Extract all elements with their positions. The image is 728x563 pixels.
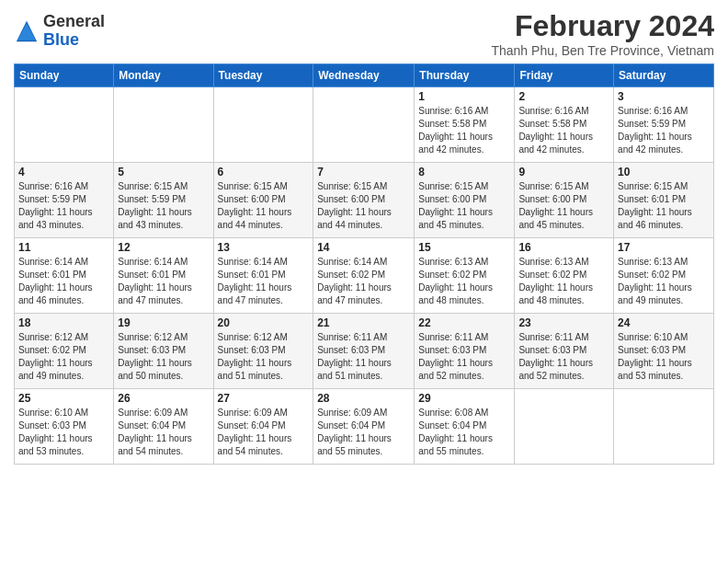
day-number: 19 <box>118 316 209 329</box>
svg-marker-1 <box>17 23 36 40</box>
calendar-cell <box>213 87 313 163</box>
week-row-0: 1Sunrise: 6:16 AM Sunset: 5:58 PM Daylig… <box>15 87 714 163</box>
calendar-cell: 22Sunrise: 6:11 AM Sunset: 6:03 PM Dayli… <box>415 314 515 389</box>
day-number: 6 <box>218 166 310 178</box>
calendar-cell: 15Sunrise: 6:13 AM Sunset: 6:02 PM Dayli… <box>415 238 515 314</box>
day-number: 21 <box>317 316 410 329</box>
day-info: Sunrise: 6:14 AM Sunset: 6:01 PM Dayligh… <box>218 256 310 307</box>
day-number: 12 <box>118 241 209 254</box>
day-number: 22 <box>418 316 510 329</box>
day-number: 29 <box>418 392 510 405</box>
logo-blue-text: Blue <box>43 31 105 50</box>
day-info: Sunrise: 6:09 AM Sunset: 6:04 PM Dayligh… <box>317 407 410 458</box>
day-number: 16 <box>518 241 609 254</box>
day-info: Sunrise: 6:10 AM Sunset: 6:03 PM Dayligh… <box>18 407 109 458</box>
calendar-cell: 25Sunrise: 6:10 AM Sunset: 6:03 PM Dayli… <box>15 389 114 465</box>
calendar-cell: 23Sunrise: 6:11 AM Sunset: 6:03 PM Dayli… <box>515 314 614 389</box>
header-friday: Friday <box>515 64 614 87</box>
calendar-cell: 11Sunrise: 6:14 AM Sunset: 6:01 PM Dayli… <box>15 238 114 314</box>
day-info: Sunrise: 6:16 AM Sunset: 5:58 PM Dayligh… <box>418 105 510 156</box>
day-number: 2 <box>518 90 609 103</box>
day-number: 20 <box>218 316 310 329</box>
day-info: Sunrise: 6:16 AM Sunset: 5:59 PM Dayligh… <box>18 180 109 232</box>
day-number: 28 <box>317 392 410 405</box>
day-info: Sunrise: 6:12 AM Sunset: 6:03 PM Dayligh… <box>218 331 310 383</box>
day-number: 17 <box>618 241 710 254</box>
calendar-cell: 28Sunrise: 6:09 AM Sunset: 6:04 PM Dayli… <box>313 389 415 465</box>
day-info: Sunrise: 6:11 AM Sunset: 6:03 PM Dayligh… <box>317 331 410 383</box>
day-number: 27 <box>218 392 310 405</box>
week-row-1: 4Sunrise: 6:16 AM Sunset: 5:59 PM Daylig… <box>15 163 714 238</box>
week-row-3: 18Sunrise: 6:12 AM Sunset: 6:02 PM Dayli… <box>15 314 714 389</box>
calendar-cell: 3Sunrise: 6:16 AM Sunset: 5:59 PM Daylig… <box>614 87 714 163</box>
day-info: Sunrise: 6:13 AM Sunset: 6:02 PM Dayligh… <box>518 256 609 307</box>
day-info: Sunrise: 6:13 AM Sunset: 6:02 PM Dayligh… <box>418 256 510 307</box>
day-info: Sunrise: 6:14 AM Sunset: 6:02 PM Dayligh… <box>317 256 410 307</box>
day-number: 18 <box>18 316 109 329</box>
day-number: 5 <box>118 166 209 178</box>
logo: General Blue <box>14 13 105 50</box>
calendar-cell <box>614 389 714 465</box>
day-number: 13 <box>218 241 310 254</box>
day-info: Sunrise: 6:14 AM Sunset: 6:01 PM Dayligh… <box>118 256 209 307</box>
calendar-cell: 9Sunrise: 6:15 AM Sunset: 6:00 PM Daylig… <box>515 163 614 238</box>
day-info: Sunrise: 6:08 AM Sunset: 6:04 PM Dayligh… <box>418 407 510 458</box>
calendar-cell: 12Sunrise: 6:14 AM Sunset: 6:01 PM Dayli… <box>114 238 213 314</box>
calendar-cell: 7Sunrise: 6:15 AM Sunset: 6:00 PM Daylig… <box>313 163 415 238</box>
day-info: Sunrise: 6:13 AM Sunset: 6:02 PM Dayligh… <box>618 256 710 307</box>
day-info: Sunrise: 6:16 AM Sunset: 5:59 PM Dayligh… <box>618 105 710 156</box>
day-info: Sunrise: 6:11 AM Sunset: 6:03 PM Dayligh… <box>518 331 609 383</box>
calendar-cell: 13Sunrise: 6:14 AM Sunset: 6:01 PM Dayli… <box>213 238 313 314</box>
calendar-table: SundayMondayTuesdayWednesdayThursdayFrid… <box>14 63 714 465</box>
calendar-cell: 18Sunrise: 6:12 AM Sunset: 6:02 PM Dayli… <box>15 314 114 389</box>
logo-icon <box>14 18 40 44</box>
header-sunday: Sunday <box>15 64 114 87</box>
day-info: Sunrise: 6:12 AM Sunset: 6:03 PM Dayligh… <box>118 331 209 383</box>
day-number: 8 <box>418 166 510 178</box>
calendar-cell: 24Sunrise: 6:10 AM Sunset: 6:03 PM Dayli… <box>614 314 714 389</box>
logo-general-text: General <box>43 13 105 31</box>
day-number: 25 <box>18 392 109 405</box>
day-number: 4 <box>18 166 109 178</box>
calendar-cell: 20Sunrise: 6:12 AM Sunset: 6:03 PM Dayli… <box>213 314 313 389</box>
day-info: Sunrise: 6:14 AM Sunset: 6:01 PM Dayligh… <box>18 256 109 307</box>
header-wednesday: Wednesday <box>313 64 415 87</box>
day-info: Sunrise: 6:11 AM Sunset: 6:03 PM Dayligh… <box>418 331 510 383</box>
day-info: Sunrise: 6:15 AM Sunset: 6:00 PM Dayligh… <box>218 180 310 232</box>
header: General Blue February 2024 Thanh Phu, Be… <box>14 9 714 58</box>
month-title: February 2024 <box>491 9 714 43</box>
location-title: Thanh Phu, Ben Tre Province, Vietnam <box>491 43 714 58</box>
day-number: 1 <box>418 90 510 103</box>
calendar-cell: 4Sunrise: 6:16 AM Sunset: 5:59 PM Daylig… <box>15 163 114 238</box>
calendar-cell: 29Sunrise: 6:08 AM Sunset: 6:04 PM Dayli… <box>415 389 515 465</box>
day-info: Sunrise: 6:15 AM Sunset: 5:59 PM Dayligh… <box>118 180 209 232</box>
calendar-cell <box>313 87 415 163</box>
header-saturday: Saturday <box>614 64 714 87</box>
calendar-cell: 1Sunrise: 6:16 AM Sunset: 5:58 PM Daylig… <box>415 87 515 163</box>
day-number: 24 <box>618 316 710 329</box>
day-info: Sunrise: 6:15 AM Sunset: 6:00 PM Dayligh… <box>418 180 510 232</box>
day-number: 11 <box>18 241 109 254</box>
day-number: 26 <box>118 392 209 405</box>
calendar-cell <box>114 87 213 163</box>
week-row-4: 25Sunrise: 6:10 AM Sunset: 6:03 PM Dayli… <box>15 389 714 465</box>
day-info: Sunrise: 6:09 AM Sunset: 6:04 PM Dayligh… <box>218 407 310 458</box>
day-number: 7 <box>317 166 410 178</box>
day-info: Sunrise: 6:15 AM Sunset: 6:00 PM Dayligh… <box>317 180 410 232</box>
day-number: 10 <box>618 166 710 178</box>
title-area: February 2024 Thanh Phu, Ben Tre Provinc… <box>491 9 714 58</box>
day-info: Sunrise: 6:15 AM Sunset: 6:01 PM Dayligh… <box>618 180 710 232</box>
day-info: Sunrise: 6:15 AM Sunset: 6:00 PM Dayligh… <box>518 180 609 232</box>
calendar-cell: 27Sunrise: 6:09 AM Sunset: 6:04 PM Dayli… <box>213 389 313 465</box>
day-number: 14 <box>317 241 410 254</box>
day-info: Sunrise: 6:10 AM Sunset: 6:03 PM Dayligh… <box>618 331 710 383</box>
calendar-cell: 16Sunrise: 6:13 AM Sunset: 6:02 PM Dayli… <box>515 238 614 314</box>
week-row-2: 11Sunrise: 6:14 AM Sunset: 6:01 PM Dayli… <box>15 238 714 314</box>
day-info: Sunrise: 6:16 AM Sunset: 5:58 PM Dayligh… <box>518 105 609 156</box>
calendar-cell: 8Sunrise: 6:15 AM Sunset: 6:00 PM Daylig… <box>415 163 515 238</box>
day-number: 23 <box>518 316 609 329</box>
day-info: Sunrise: 6:09 AM Sunset: 6:04 PM Dayligh… <box>118 407 209 458</box>
header-row: SundayMondayTuesdayWednesdayThursdayFrid… <box>15 64 714 87</box>
day-number: 3 <box>618 90 710 103</box>
day-number: 15 <box>418 241 510 254</box>
